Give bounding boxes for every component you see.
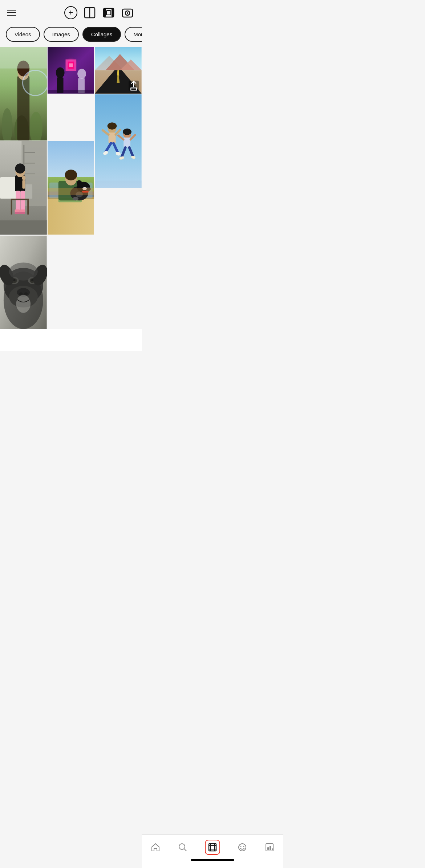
svg-rect-55: [11, 200, 12, 215]
svg-rect-80: [48, 188, 94, 195]
svg-rect-47: [20, 191, 25, 211]
photo-item-2[interactable]: [48, 47, 94, 94]
svg-rect-40: [24, 152, 35, 153]
svg-rect-65: [48, 197, 94, 235]
layout-icon: [84, 7, 96, 19]
svg-rect-28: [48, 90, 94, 94]
add-button[interactable]: +: [64, 6, 78, 20]
photo-item-5[interactable]: [48, 141, 94, 235]
tab-collages[interactable]: Collages: [82, 27, 121, 42]
svg-rect-3: [104, 8, 106, 17]
svg-point-71: [65, 170, 77, 181]
photo-2-image: [48, 47, 94, 94]
photo-item-4[interactable]: [0, 141, 47, 235]
svg-point-26: [77, 69, 86, 79]
header-right: +: [64, 6, 134, 20]
svg-rect-100: [95, 180, 142, 188]
svg-point-99: [123, 129, 132, 135]
photo-7-image: [0, 236, 47, 329]
svg-rect-53: [20, 212, 25, 214]
svg-rect-56: [27, 200, 29, 215]
upload-icon: [129, 81, 139, 91]
tab-montages[interactable]: Montages: [125, 27, 142, 42]
tab-videos[interactable]: Videos: [6, 27, 40, 42]
photo-5-image: [48, 141, 94, 235]
svg-rect-4: [112, 8, 114, 17]
layout-button[interactable]: [83, 6, 97, 20]
svg-rect-46: [16, 191, 20, 211]
svg-point-49: [15, 164, 25, 174]
svg-rect-54: [11, 199, 29, 200]
content-spacer: [0, 329, 142, 351]
app-header: +: [0, 0, 142, 24]
photo-item-6[interactable]: [95, 94, 142, 188]
photo-6-image: [95, 94, 142, 188]
svg-point-116: [16, 295, 31, 313]
svg-rect-23: [69, 64, 73, 67]
svg-point-90: [108, 122, 117, 130]
svg-marker-35: [117, 70, 120, 76]
photo-1-image: [0, 47, 47, 140]
svg-rect-18: [0, 47, 47, 69]
camera-button[interactable]: [121, 6, 134, 20]
plus-circle-icon: +: [64, 6, 77, 19]
filter-tabs: Videos Images Collages Montages: [0, 24, 142, 47]
svg-rect-81: [95, 94, 142, 188]
svg-point-117: [9, 262, 38, 280]
share-badge-3[interactable]: [129, 81, 139, 91]
film-icon: [103, 8, 114, 18]
tab-images[interactable]: Images: [44, 27, 79, 42]
svg-rect-92: [124, 137, 131, 147]
svg-rect-83: [109, 133, 116, 143]
svg-point-58: [22, 176, 25, 180]
svg-rect-42: [24, 174, 35, 174]
svg-point-24: [56, 67, 64, 78]
header-left: [7, 10, 16, 16]
menu-icon[interactable]: [7, 10, 16, 16]
photo-item-7[interactable]: [0, 236, 47, 329]
camera-icon: [122, 7, 133, 19]
svg-rect-5: [106, 11, 111, 15]
film-button[interactable]: [102, 6, 116, 20]
svg-point-8: [127, 12, 128, 14]
photo-item-1[interactable]: [0, 47, 47, 140]
svg-rect-41: [24, 163, 35, 164]
photo-grid: [0, 47, 142, 329]
svg-rect-51: [15, 212, 20, 214]
photo-item-3[interactable]: [95, 47, 142, 94]
svg-rect-57: [22, 180, 25, 189]
photo-4-image: [0, 141, 47, 235]
svg-rect-59: [0, 220, 47, 235]
svg-point-78: [73, 197, 78, 201]
svg-point-17: [23, 70, 46, 96]
